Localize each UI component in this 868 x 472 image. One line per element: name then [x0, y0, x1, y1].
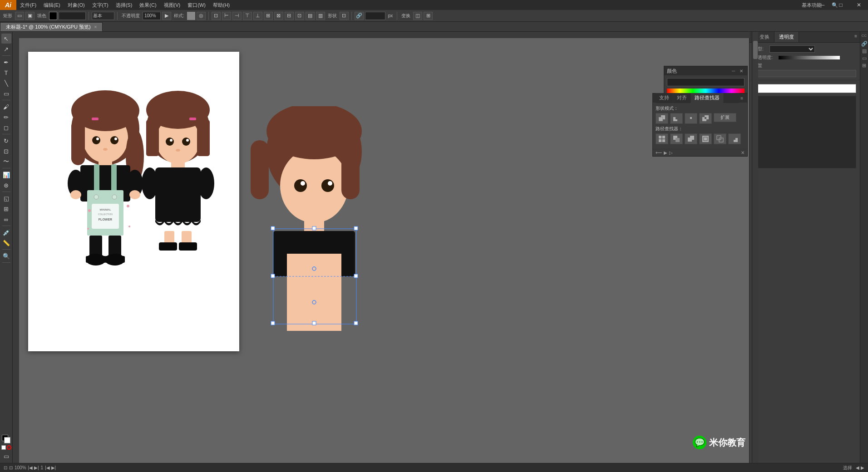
pf-tab-align2[interactable]: 对齐: [673, 93, 691, 103]
layers-icon[interactable]: ▤: [861, 48, 868, 54]
transform-icon[interactable]: ◫: [413, 12, 422, 20]
align-btn2[interactable]: ⊢: [222, 12, 231, 20]
menu-effect[interactable]: 效果(C): [136, 1, 160, 10]
eraser-tool[interactable]: ◻: [1, 123, 11, 133]
fill-color-swatch[interactable]: [49, 12, 57, 20]
scale-tool[interactable]: ⊡: [1, 146, 11, 156]
minus-back-btn[interactable]: [728, 133, 741, 144]
pf-footer-icon-3[interactable]: ▷: [669, 150, 673, 155]
menu-select[interactable]: 选择(S): [112, 1, 136, 10]
align-btn3[interactable]: ⊣: [232, 12, 242, 20]
align-btn4[interactable]: ⊤: [243, 12, 252, 20]
page-input[interactable]: 1: [41, 465, 44, 470]
transform-icon2[interactable]: ⊞: [424, 12, 433, 20]
menu-file[interactable]: 文件(F): [16, 1, 40, 10]
base-select[interactable]: [92, 12, 114, 20]
exclude-btn[interactable]: [699, 113, 712, 124]
pencil-tool[interactable]: ✏: [1, 112, 11, 122]
intersect-btn[interactable]: [685, 113, 697, 124]
color-panel-close[interactable]: ✕: [738, 69, 745, 74]
close-button[interactable]: ✕: [850, 0, 868, 10]
scroll-thumb-v[interactable]: [753, 41, 758, 59]
expand-btn[interactable]: 扩展: [714, 113, 736, 122]
pf-close-icon[interactable]: ✕: [741, 150, 745, 155]
fill-indicator[interactable]: [2, 435, 11, 444]
menu-edit[interactable]: 编辑(E): [40, 1, 64, 10]
pf-tab-pathfinder[interactable]: 路径查找器: [691, 93, 724, 103]
align-btn5[interactable]: ⊥: [253, 12, 262, 20]
menu-view[interactable]: 视图(V): [160, 1, 184, 10]
canvas-scrollbar-vertical[interactable]: [752, 32, 758, 463]
align-btn7[interactable]: ⊠: [274, 12, 283, 20]
color-panel-expand[interactable]: ─: [730, 69, 736, 74]
color-mode-none[interactable]: [7, 445, 11, 450]
pen-tool[interactable]: ✒: [1, 57, 11, 67]
divide-btn[interactable]: [656, 133, 668, 144]
shape-mode-btn1[interactable]: ▭: [15, 12, 24, 20]
menu-text[interactable]: 文字(T): [89, 1, 112, 10]
type-select[interactable]: [769, 45, 815, 53]
line-tool[interactable]: ╲: [1, 78, 11, 88]
symbol-tool[interactable]: ⊛: [1, 180, 11, 190]
artboard-icon[interactable]: ▭: [861, 55, 868, 62]
position-input[interactable]: [753, 70, 856, 77]
nav-arrows[interactable]: ◀ ▶: [856, 465, 864, 470]
main-color-swatch[interactable]: [753, 84, 856, 93]
gradient-tool[interactable]: ◱: [1, 193, 11, 203]
paintbrush-tool[interactable]: 🖌: [1, 102, 11, 112]
swatches-icon[interactable]: ⊞: [861, 63, 868, 69]
width-input[interactable]: [365, 12, 385, 20]
graph-tool[interactable]: 📊: [1, 170, 11, 180]
pf-menu-btn[interactable]: ≡: [739, 96, 745, 101]
type-tool[interactable]: T: [1, 68, 11, 78]
color-mode-normal[interactable]: [1, 445, 6, 450]
crop-btn[interactable]: [699, 133, 712, 144]
align-btn6[interactable]: ⊞: [264, 12, 273, 20]
opacity-arrow[interactable]: ▶: [162, 12, 171, 20]
shape-mode-btn2[interactable]: ▣: [25, 12, 35, 20]
pf-footer-icon-2[interactable]: ▶: [664, 150, 667, 155]
rotate-tool[interactable]: ↻: [1, 136, 11, 146]
merge-btn[interactable]: [685, 133, 697, 144]
mesh-tool[interactable]: ⊞: [1, 204, 11, 214]
pf-tab-align1[interactable]: 支持: [656, 93, 673, 103]
cc-icon[interactable]: CC: [861, 34, 868, 40]
align-btn10[interactable]: ▤: [306, 12, 315, 20]
canvas-tool[interactable]: ▭: [1, 451, 11, 461]
gradient-editor[interactable]: [753, 96, 856, 168]
style-icon1[interactable]: ◎: [197, 12, 206, 20]
minimize-button[interactable]: ─: [814, 0, 832, 10]
outline-btn[interactable]: [714, 133, 726, 144]
maximize-button[interactable]: □: [832, 0, 850, 10]
style-swatch[interactable]: [187, 12, 195, 20]
shape-tool[interactable]: ▭: [1, 88, 11, 98]
rp-menu-btn[interactable]: ≡: [852, 32, 860, 42]
size-lock[interactable]: 🔗: [355, 12, 364, 20]
tab-close-button[interactable]: ×: [94, 25, 97, 30]
direct-select-tool[interactable]: ↗: [1, 44, 11, 54]
zoom-percent[interactable]: 100%: [15, 465, 26, 470]
rp-tab-appearance[interactable]: 透明度: [774, 32, 799, 42]
menu-window[interactable]: 窗口(W): [184, 1, 209, 10]
unite-btn[interactable]: [656, 113, 668, 124]
opacity-slider[interactable]: [779, 56, 840, 59]
menu-help[interactable]: 帮助(H): [209, 1, 233, 10]
align-btn8[interactable]: ⊟: [285, 12, 294, 20]
measure-tool[interactable]: 📏: [1, 238, 11, 248]
blend-tool[interactable]: ∞: [1, 214, 11, 224]
eyedropper-tool[interactable]: 💉: [1, 227, 11, 237]
opacity-input[interactable]: [143, 12, 161, 20]
align-btn11[interactable]: ▥: [316, 12, 325, 20]
link-icon[interactable]: 🔗: [861, 41, 868, 47]
trim-btn[interactable]: [670, 133, 683, 144]
menu-object[interactable]: 对象(O): [64, 1, 89, 10]
color-spectrum-strip[interactable]: [667, 88, 745, 93]
zoom-tool[interactable]: 🔍: [1, 251, 11, 261]
align-btn9[interactable]: ⊡: [295, 12, 304, 20]
shape-attr-icon[interactable]: ⊡: [340, 12, 349, 20]
warp-tool[interactable]: 〜: [1, 157, 11, 167]
fill-color-input[interactable]: [59, 12, 86, 20]
minus-front-btn[interactable]: [670, 113, 683, 124]
color-search-input[interactable]: [667, 78, 745, 86]
align-btn1[interactable]: ⊡: [212, 12, 221, 20]
